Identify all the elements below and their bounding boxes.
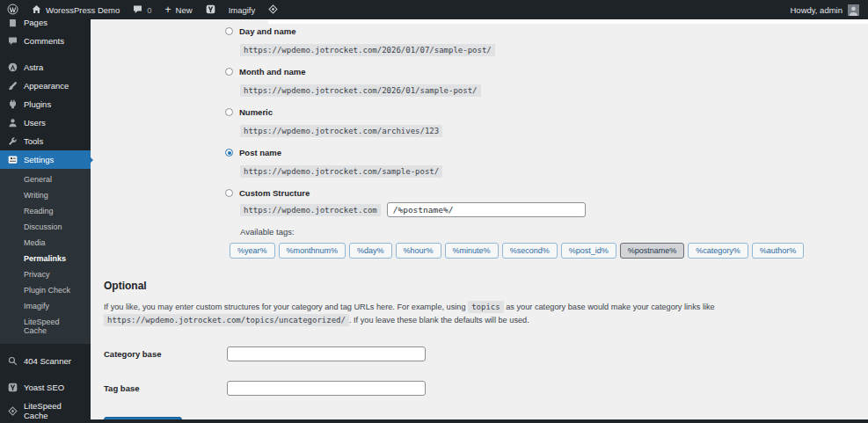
settings-submenu-reading[interactable]: Reading [0, 203, 91, 219]
yoast-icon [206, 4, 215, 16]
custom-structure-prefix: https://wpdemo.jotrocket.com [240, 204, 381, 216]
bottom-strip [0, 419, 868, 423]
sidebar-item-appearance[interactable]: Appearance [0, 77, 91, 95]
permalink-option-custom-structure[interactable]: Custom Structure [225, 188, 868, 198]
permalink-options: Day and namehttps://wpdemo.jotrocket.com… [91, 19, 868, 259]
sidebar-item-label: Astra [24, 62, 43, 72]
tag-button-year[interactable]: %year% [230, 243, 275, 259]
users-icon [7, 118, 18, 128]
comments-menu[interactable]: 0 [133, 4, 151, 16]
tools-icon [7, 136, 18, 146]
settings-submenu-permalinks[interactable]: Permalinks [0, 251, 91, 266]
comment-icon [133, 4, 142, 16]
settings-submenu-general[interactable]: General [0, 171, 91, 187]
code-topics: topics [468, 301, 504, 313]
radio-custom-structure[interactable] [225, 189, 233, 197]
sidebar-item-label: Plugins [24, 99, 51, 109]
example-url-code: https://wpdemo.jotrocket.com/archives/12… [240, 125, 442, 137]
comments-count: 0 [147, 5, 151, 15]
code-example-url: https://wpdemo.jotrocket.com/topics/unca… [104, 314, 349, 326]
optional-section: Optional If you like, you may enter cust… [91, 269, 868, 423]
description-text: . If you leave these blank the defaults … [349, 316, 529, 325]
radio-day-and-name[interactable] [225, 27, 233, 35]
tag-button-hour[interactable]: %hour% [396, 243, 441, 259]
new-content-menu[interactable]: + New [165, 5, 193, 15]
tag-button-postname[interactable]: %postname% [620, 243, 685, 259]
site-menu[interactable]: WoressPress Demo [32, 4, 120, 16]
sidebar-item-tools[interactable]: Tools [0, 132, 91, 150]
sidebar-item-users[interactable]: Users [0, 113, 91, 132]
menu-gap [0, 50, 91, 58]
category-base-label: Category base [104, 349, 227, 359]
sidebar-item-404-scanner[interactable]: 404 Scanner [0, 352, 91, 370]
litespeed-icon [7, 406, 18, 416]
appearance-icon [7, 81, 18, 91]
settings-submenu-media[interactable]: Media [0, 235, 91, 251]
tag-button-post-id[interactable]: %post_id% [561, 243, 616, 259]
permalink-option-day-and-name[interactable]: Day and name [225, 26, 868, 36]
category-base-row: Category base [104, 346, 868, 361]
permalink-option-numeric[interactable]: Numeric [225, 107, 868, 117]
admin-bar: WoressPress Demo 0 + New Imagify Howdy, … [0, 0, 868, 19]
admin-bar-left: WoressPress Demo 0 + New Imagify [7, 4, 278, 17]
sidebar-item-yoast-seo[interactable]: Yoast SEO [0, 378, 91, 397]
notice-strip [268, 19, 868, 24]
sidebar-item-label: Yoast SEO [24, 383, 64, 392]
tag-button-category[interactable]: %category% [688, 243, 748, 259]
permalink-example: https://wpdemo.jotrocket.com/2026/01/sam… [240, 81, 868, 97]
tag-button-second[interactable]: %second% [502, 243, 558, 259]
sidebar-item-plugins[interactable]: Plugins [0, 95, 91, 113]
litespeed-icon [268, 4, 278, 16]
tag-button-author[interactable]: %author% [752, 243, 805, 259]
sidebar-item-astra[interactable]: Astra [0, 58, 91, 77]
category-base-input[interactable] [227, 346, 426, 361]
tag-base-input[interactable] [227, 381, 426, 396]
radio-month-and-name[interactable] [225, 68, 233, 76]
wordpress-logo-menu[interactable] [7, 4, 18, 17]
sidebar-item-settings[interactable]: Settings [0, 150, 91, 169]
radio-post-name[interactable] [225, 149, 233, 157]
settings-submenu-imagify[interactable]: Imagify [0, 298, 91, 314]
permalink-option-month-and-name[interactable]: Month and name [225, 67, 868, 77]
yoast-menu[interactable] [206, 4, 215, 16]
yoast-icon [7, 383, 18, 392]
settings-submenu-writing[interactable]: Writing [0, 187, 91, 203]
tag-button-minute[interactable]: %minute% [445, 243, 499, 259]
permalink-option-label: Numeric [239, 107, 273, 117]
available-tags-row: %year%%monthnum%%day%%hour%%minute%%seco… [230, 243, 868, 259]
permalink-option-block: Numerichttps://wpdemo.jotrocket.com/arch… [225, 107, 868, 137]
sidebar-item-comments[interactable]: Comments [0, 32, 91, 50]
sidebar-item-label: Settings [24, 155, 54, 164]
litespeed-menu[interactable] [268, 4, 278, 16]
settings-submenu-litespeed-cache[interactable]: LiteSpeed Cache [0, 314, 91, 339]
imagify-menu[interactable]: Imagify [229, 5, 256, 15]
custom-structure-input[interactable] [387, 202, 586, 217]
description-text: as your category base would make your ca… [506, 303, 714, 311]
tag-base-row: Tag base [104, 381, 868, 396]
howdy-menu[interactable]: Howdy, admin [791, 5, 843, 15]
example-url-code: https://wpdemo.jotrocket.com/2026/01/sam… [240, 84, 481, 97]
example-url-code: https://wpdemo.jotrocket.com/sample-post… [240, 165, 442, 178]
settings-submenu: GeneralWritingReadingDiscussionMediaPerm… [0, 169, 91, 344]
home-icon [32, 4, 41, 16]
menu-gap [0, 344, 91, 352]
tag-button-monthnum[interactable]: %monthnum% [279, 243, 346, 259]
permalink-example: https://wpdemo.jotrocket.com/sample-post… [240, 162, 868, 178]
sidebar-item-label: Appearance [24, 81, 69, 91]
permalink-option-label: Post name [239, 148, 281, 157]
permalink-option-block: Custom Structurehttps://wpdemo.jotrocket… [225, 188, 868, 259]
description-text: If you like, you may enter custom struct… [104, 303, 466, 311]
settings-submenu-privacy[interactable]: Privacy [0, 266, 91, 282]
permalink-option-block: Day and namehttps://wpdemo.jotrocket.com… [225, 26, 868, 56]
available-tags-label: Available tags: [240, 227, 868, 237]
settings-submenu-discussion[interactable]: Discussion [0, 219, 91, 235]
settings-icon [7, 155, 18, 164]
permalink-option-label: Custom Structure [239, 188, 310, 198]
optional-fields: Category baseTag base [104, 346, 868, 396]
custom-structure-row: https://wpdemo.jotrocket.com [240, 202, 868, 217]
tag-button-day[interactable]: %day% [349, 243, 392, 259]
permalink-option-post-name[interactable]: Post name [225, 148, 868, 157]
example-url-code: https://wpdemo.jotrocket.com/2026/01/07/… [240, 44, 495, 56]
radio-numeric[interactable] [225, 108, 233, 116]
settings-submenu-plugin-check[interactable]: Plugin Check [0, 282, 91, 298]
